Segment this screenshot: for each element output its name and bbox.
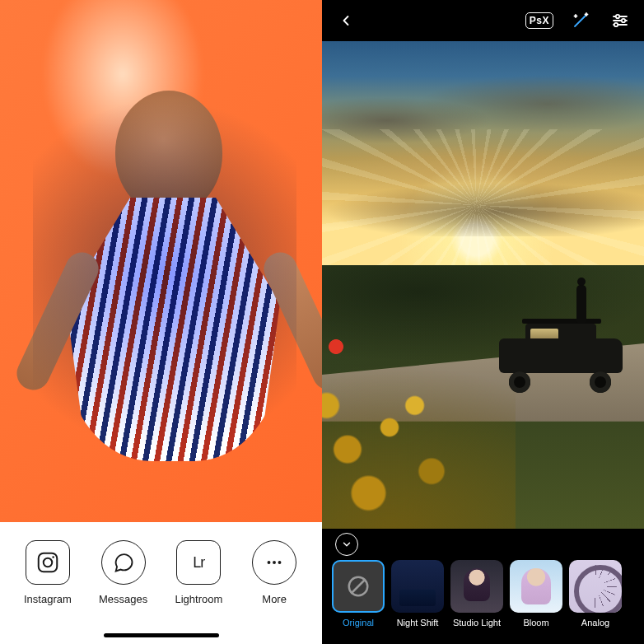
edited-photo-preview xyxy=(0,0,322,522)
psx-badge-button[interactable]: PsX xyxy=(525,8,553,33)
filter-thumb xyxy=(569,560,622,613)
share-label: Instagram xyxy=(24,593,72,605)
editor-screen: PsX xyxy=(322,0,644,644)
share-target-messages[interactable]: Messages xyxy=(86,540,161,605)
filter-analog[interactable]: Analog xyxy=(569,560,622,628)
filter-thumb xyxy=(510,560,562,613)
auto-enhance-button[interactable] xyxy=(568,8,593,33)
filter-original[interactable]: Original xyxy=(332,560,385,628)
share-target-lightroom[interactable]: Lr Lightroom xyxy=(161,540,237,605)
subject-car xyxy=(499,324,623,388)
editor-top-bar: PsX xyxy=(322,0,644,41)
share-target-instagram[interactable]: Instagram xyxy=(10,540,86,605)
instagram-icon xyxy=(26,540,70,585)
filter-label: Analog xyxy=(581,618,609,628)
messages-icon xyxy=(101,540,146,585)
filter-label: Night Shift xyxy=(397,618,439,628)
svg-point-3 xyxy=(268,561,271,564)
svg-point-4 xyxy=(273,561,276,564)
home-indicator[interactable] xyxy=(104,633,219,637)
svg-rect-0 xyxy=(39,553,58,572)
share-bar: Instagram Messages Lr Lightroom More xyxy=(0,522,322,644)
filter-label: Bloom xyxy=(523,618,548,628)
svg-point-9 xyxy=(622,19,625,22)
filter-bloom[interactable]: Bloom xyxy=(510,560,562,628)
subject-person xyxy=(576,285,586,323)
svg-point-11 xyxy=(614,23,618,26)
share-label: More xyxy=(262,593,287,605)
lightroom-icon: Lr xyxy=(176,540,221,585)
share-screen: Instagram Messages Lr Lightroom More xyxy=(0,0,322,644)
share-label: Lightroom xyxy=(175,593,222,605)
filter-night-shift[interactable]: Night Shift xyxy=(391,560,444,628)
collapse-filters-button[interactable] xyxy=(335,533,358,556)
svg-point-5 xyxy=(278,561,282,564)
filter-label: Original xyxy=(343,618,374,628)
adjustments-button[interactable] xyxy=(608,8,632,33)
more-icon xyxy=(252,540,296,585)
filter-studio-light[interactable]: Studio Light xyxy=(450,560,503,628)
filter-panel: Original Night Shift Studio Light Bloom … xyxy=(322,529,644,644)
svg-point-1 xyxy=(44,558,53,567)
svg-point-7 xyxy=(616,15,619,18)
share-label: Messages xyxy=(99,593,147,605)
svg-line-13 xyxy=(351,579,366,594)
back-button[interactable] xyxy=(334,8,358,33)
filter-thumb xyxy=(450,560,503,613)
filter-thumb xyxy=(391,560,444,613)
svg-point-2 xyxy=(52,556,54,558)
filter-label: Studio Light xyxy=(453,618,501,628)
photo-viewport[interactable] xyxy=(322,41,644,529)
no-filter-icon xyxy=(332,560,385,613)
share-target-more[interactable]: More xyxy=(236,540,312,605)
psx-label: PsX xyxy=(530,15,549,26)
filter-strip[interactable]: Original Night Shift Studio Light Bloom … xyxy=(322,560,644,644)
